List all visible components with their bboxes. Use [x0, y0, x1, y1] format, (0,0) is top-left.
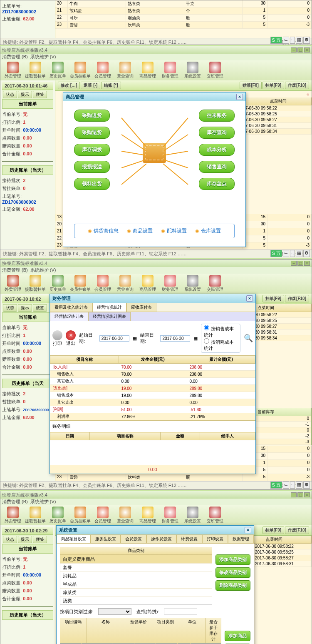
goods-link[interactable]: ◉供货商信息: [88, 227, 119, 235]
cat-btn[interactable]: 添加商品类别: [215, 554, 250, 565]
tb-商品管理[interactable]: 商品管理: [137, 275, 158, 292]
sys-tab[interactable]: 计费设置: [176, 534, 202, 543]
cat-btn[interactable]: 删除商品类别: [215, 580, 250, 591]
fin-tab[interactable]: 应收应付表: [126, 303, 156, 312]
cat-item[interactable]: 套餐: [60, 564, 212, 572]
close-icon[interactable]: ×: [236, 94, 243, 100]
tb-财务管理[interactable]: 财务管理: [159, 275, 181, 292]
side-tab[interactable]: 状态: [3, 91, 17, 98]
search-icon[interactable]: 🔍: [244, 334, 253, 343]
item-row[interactable]: 23雪碧饮料类瓶5-3: [55, 474, 312, 481]
sys-tab[interactable]: 商品项目设置: [57, 534, 91, 543]
tb-外卖管理[interactable]: 外卖管理: [2, 507, 24, 524]
goods-btn[interactable]: 成本分析: [199, 144, 235, 156]
action-tab[interactable]: 结账 [*]: [101, 82, 121, 89]
tb-营业查询[interactable]: 营业查询: [114, 62, 136, 79]
action-tab[interactable]: 作废[F10]: [285, 527, 309, 534]
cat-item[interactable]: 自定义费用商品: [60, 555, 212, 564]
side-tab[interactable]: 提示: [18, 536, 32, 543]
action-tab[interactable]: 挂单[F9]: [262, 295, 284, 302]
fin-subtab[interactable]: 经营情况统计图表: [88, 312, 131, 321]
action-tab[interactable]: 挂单[F9]: [262, 82, 284, 89]
menu-item[interactable]: 消费管理 (B): [2, 267, 28, 274]
tb-会员挂账单[interactable]: 会员挂账单: [69, 275, 91, 292]
goods-btn[interactable]: 添加商品: [225, 631, 250, 641]
side-tab[interactable]: 提示: [18, 91, 32, 98]
action-tab[interactable]: 作废[F10]: [285, 295, 309, 302]
goods-link[interactable]: ◉仓库设置: [195, 227, 221, 235]
goods-btn[interactable]: 采购退货: [74, 127, 110, 139]
category-list[interactable]: 自定义费用商品套餐消耗品半成品凉菜类汤类烟酒类: [60, 555, 212, 605]
tb-提取暂挂单[interactable]: 提取暂挂单: [25, 507, 46, 524]
close-icon[interactable]: ×: [246, 295, 253, 302]
tb-交班管理[interactable]: 交班管理: [204, 62, 226, 79]
action-tab[interactable]: 退菜 [-]: [81, 82, 100, 89]
side-tab[interactable]: 提示: [18, 304, 32, 312]
tb-营业查询[interactable]: 营业查询: [114, 507, 136, 524]
start-date-input[interactable]: [99, 335, 129, 342]
cal-icon[interactable]: ▦: [193, 336, 198, 341]
radio-consume[interactable]: [204, 338, 209, 344]
sys-tab[interactable]: 会员设置: [121, 534, 146, 543]
fin-tab[interactable]: 费用及收入统计表: [50, 303, 92, 312]
menubar[interactable]: 消费管理 (B)系统维护 (V): [0, 54, 312, 60]
tb-会员管理[interactable]: 会员管理: [92, 62, 114, 79]
tb-会员管理[interactable]: 会员管理: [92, 275, 114, 292]
tb-系统设置[interactable]: 系统设置: [182, 62, 203, 79]
side-tab[interactable]: 状态: [3, 536, 17, 543]
tb-历史账单[interactable]: 历史账单: [47, 62, 69, 79]
tb-交班管理[interactable]: 交班管理: [204, 507, 226, 524]
tb-会员挂账单[interactable]: 会员挂账单: [69, 507, 91, 524]
action-tab[interactable]: 赠菜[F8]: [240, 82, 261, 89]
exit-button[interactable]: ✕退出: [66, 330, 76, 347]
sys-tab[interactable]: 打印设置: [202, 534, 228, 543]
tb-外卖管理[interactable]: 外卖管理: [2, 275, 24, 292]
cat-btn[interactable]: 修改商品类别: [215, 567, 250, 578]
search-input[interactable]: [164, 609, 197, 614]
tb-外卖管理[interactable]: 外卖管理: [2, 62, 24, 79]
cal-icon[interactable]: ▦: [133, 336, 137, 341]
radio-sales[interactable]: [204, 325, 209, 330]
tb-历史账单[interactable]: 历史账单: [47, 507, 69, 524]
goods-btn[interactable]: 库存查询: [199, 127, 235, 139]
tb-系统设置[interactable]: 系统设置: [182, 275, 203, 292]
tb-提取暂挂单[interactable]: 提取暂挂单: [25, 275, 46, 292]
tb-商品管理[interactable]: 商品管理: [137, 62, 158, 79]
cat-item[interactable]: 半成品: [60, 580, 212, 589]
tb-历史账单[interactable]: 历史账单: [47, 275, 69, 292]
goods-btn[interactable]: 销售查询: [199, 161, 235, 173]
close-icon[interactable]: ×: [245, 527, 251, 533]
action-tab[interactable]: 作废[F10]: [285, 82, 309, 89]
cat-item[interactable]: 凉菜类: [60, 589, 212, 597]
menu-item[interactable]: 系统维护 (V): [30, 499, 56, 505]
min-btn[interactable]: –: [291, 47, 297, 52]
goods-btn[interactable]: 报损报溢: [74, 161, 110, 173]
tb-财务管理[interactable]: 财务管理: [159, 62, 181, 79]
cat-item[interactable]: 消耗品: [60, 572, 212, 580]
end-date-input[interactable]: [160, 335, 190, 342]
fin-subtab[interactable]: 经营情况统计表: [50, 312, 88, 321]
side-tab[interactable]: 状态: [3, 304, 17, 312]
close-btn[interactable]: ×: [304, 47, 310, 52]
tb-会员管理[interactable]: 会员管理: [92, 507, 114, 524]
menu-item[interactable]: 消费管理 (B): [2, 54, 28, 60]
action-tab[interactable]: 挂单[F9]: [262, 527, 284, 534]
filter-select[interactable]: [98, 608, 131, 615]
sys-tab[interactable]: 操作员设置: [146, 534, 176, 543]
goods-btn[interactable]: 领料出货: [74, 178, 110, 190]
goods-link[interactable]: ◉配料设置: [161, 227, 187, 235]
tb-营业查询[interactable]: 营业查询: [114, 275, 136, 292]
max-btn[interactable]: ▢: [297, 47, 303, 52]
tb-交班管理[interactable]: 交班管理: [204, 275, 226, 292]
side-tab[interactable]: 便签: [33, 536, 47, 543]
action-tab[interactable]: 修改 […]: [58, 82, 80, 89]
goods-btn[interactable]: 采购进货: [74, 110, 110, 122]
sys-tab[interactable]: 服务生设置: [91, 534, 121, 543]
menu-item[interactable]: 系统维护 (V): [30, 267, 56, 274]
sys-tab[interactable]: 数据管理: [228, 534, 254, 543]
goods-btn[interactable]: 库存调拨: [74, 144, 110, 156]
fin-tab[interactable]: 经营情况统计: [92, 303, 126, 312]
goods-btn[interactable]: 往来账务: [199, 110, 235, 122]
print-button[interactable]: 打印: [52, 330, 62, 347]
goods-link[interactable]: ◉商品设置: [127, 227, 153, 235]
